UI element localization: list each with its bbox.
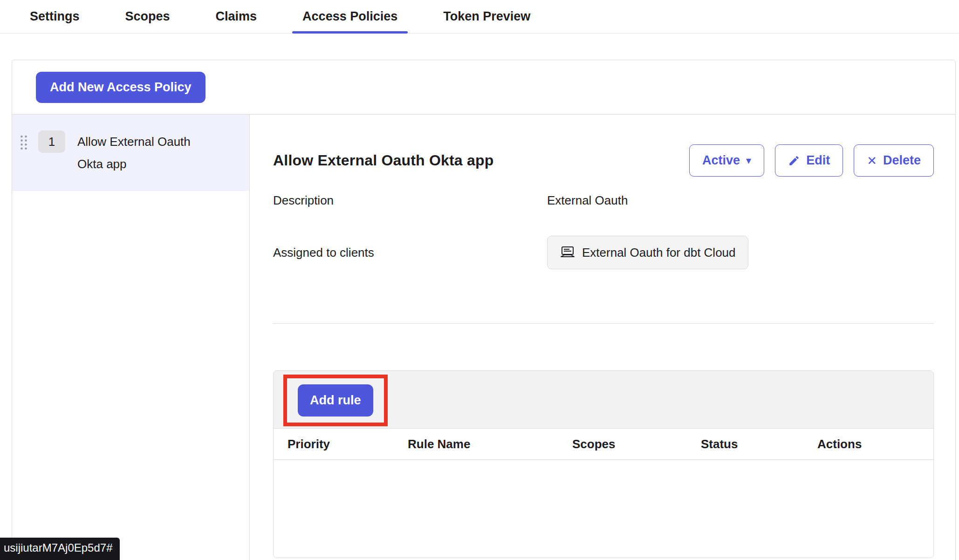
policies-toolbar: Add New Access Policy bbox=[12, 60, 955, 115]
access-policies-panel: Add New Access Policy bbox=[12, 60, 956, 560]
status-dropdown-label: Active bbox=[702, 153, 740, 168]
rules-empty-body bbox=[274, 460, 933, 558]
link-preview-status-bar: usijiutarM7Aj0Ep5d7# bbox=[0, 538, 120, 560]
rules-toolbar: Add rule bbox=[274, 371, 933, 429]
column-scopes: Scopes bbox=[572, 437, 701, 451]
tab-scopes[interactable]: Scopes bbox=[125, 0, 170, 33]
rules-table-header: Priority Rule Name Scopes Status Actions bbox=[274, 429, 933, 460]
client-chip-label: External Oauth for dbt Cloud bbox=[582, 246, 736, 260]
client-chip[interactable]: External Oauth for dbt Cloud bbox=[547, 236, 748, 269]
tab-token-preview[interactable]: Token Preview bbox=[443, 0, 530, 33]
edit-button-label: Edit bbox=[806, 153, 830, 168]
policies-body: 1 Allow External Oauth Okta app Allow Ex… bbox=[12, 115, 955, 560]
delete-button[interactable]: ✕ Delete bbox=[854, 144, 934, 177]
delete-button-label: Delete bbox=[883, 153, 921, 168]
status-dropdown-button[interactable]: Active ▾ bbox=[689, 144, 764, 177]
tab-bar: Settings Scopes Claims Access Policies T… bbox=[0, 0, 959, 34]
tab-access-policies[interactable]: Access Policies bbox=[302, 0, 397, 33]
drag-handle-icon[interactable] bbox=[20, 135, 28, 150]
policy-name: Allow External Oauth Okta app bbox=[77, 130, 215, 175]
policy-actions: Active ▾ Edit ✕ bbox=[689, 144, 934, 177]
policy-list-item[interactable]: 1 Allow External Oauth Okta app bbox=[12, 115, 249, 191]
section-divider bbox=[273, 323, 934, 324]
column-actions: Actions bbox=[817, 437, 933, 451]
column-rule-name: Rule Name bbox=[408, 437, 572, 451]
assigned-clients-value: External Oauth for dbt Cloud bbox=[547, 236, 934, 269]
tab-claims[interactable]: Claims bbox=[216, 0, 257, 33]
policy-priority-badge: 1 bbox=[38, 130, 65, 153]
column-status: Status bbox=[701, 437, 817, 451]
caret-down-icon: ▾ bbox=[746, 156, 751, 166]
policy-detail: Allow External Oauth Okta app Active ▾ bbox=[250, 115, 955, 560]
add-new-access-policy-button[interactable]: Add New Access Policy bbox=[36, 72, 206, 103]
policy-title: Allow External Oauth Okta app bbox=[273, 152, 493, 169]
delete-icon: ✕ bbox=[867, 155, 877, 167]
description-label: Description bbox=[273, 193, 547, 208]
policy-fields: Description External Oauth Assigned to c… bbox=[273, 193, 934, 269]
assigned-to-clients-label: Assigned to clients bbox=[273, 246, 547, 260]
add-rule-button[interactable]: Add rule bbox=[298, 384, 373, 417]
annotation-highlight-box: Add rule bbox=[283, 375, 388, 426]
rules-section: Add rule Priority Rule Name Scopes Statu… bbox=[273, 370, 934, 558]
policy-list: 1 Allow External Oauth Okta app bbox=[12, 115, 250, 560]
monitor-icon bbox=[560, 246, 575, 260]
policy-detail-header: Allow External Oauth Okta app Active ▾ bbox=[273, 144, 934, 177]
edit-button[interactable]: Edit bbox=[775, 144, 843, 177]
description-value: External Oauth bbox=[547, 193, 934, 208]
tab-settings[interactable]: Settings bbox=[30, 0, 80, 33]
column-priority: Priority bbox=[288, 437, 408, 451]
screen: Settings Scopes Claims Access Policies T… bbox=[0, 0, 959, 34]
edit-icon bbox=[788, 155, 800, 167]
